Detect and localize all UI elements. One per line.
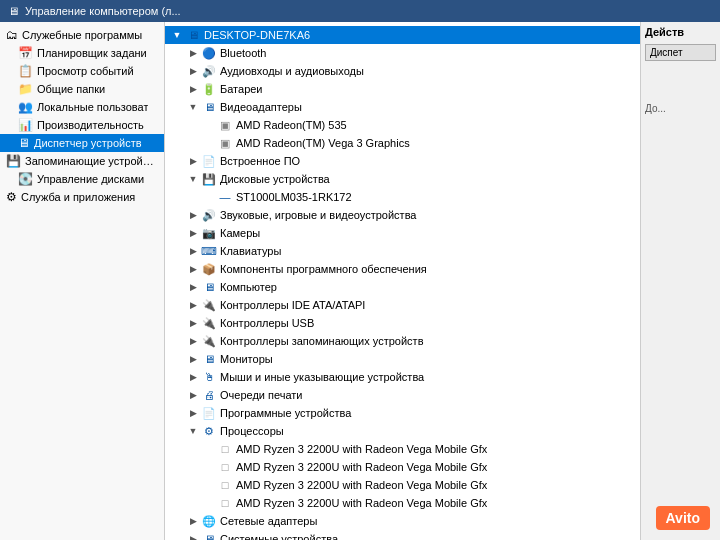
icon-cpu4: □	[217, 495, 233, 511]
tree-item-mice[interactable]: ▶ 🖱 Мыши и иные указывающие устройства	[165, 368, 640, 386]
icon-usb: 🔌	[201, 315, 217, 331]
main-area: 🗂Служебные программы📅Планировщик задани📋…	[0, 22, 720, 540]
tree-item-cpu[interactable]: ▼ ⚙ Процессоры	[165, 422, 640, 440]
expander-computer: ▶	[185, 282, 201, 292]
title-bar-text: Управление компьютером (л...	[25, 5, 181, 17]
title-bar-icon: 🖥	[8, 5, 19, 17]
label-audio: Аудиовходы и аудиовыходы	[220, 65, 636, 77]
sidebar-item-9[interactable]: ⚙Служба и приложения	[0, 188, 164, 206]
sidebar-icon-3: 📁	[18, 82, 33, 96]
sidebar-item-0[interactable]: 🗂Служебные программы	[0, 26, 164, 44]
right-panel-title: Действ	[645, 26, 716, 38]
sidebar: 🗂Служебные программы📅Планировщик задани📋…	[0, 22, 165, 540]
expander-software: ▶	[185, 264, 201, 274]
label-net: Сетевые адаптеры	[220, 515, 636, 527]
tree-item-print[interactable]: ▶ 🖨 Очереди печати	[165, 386, 640, 404]
sidebar-item-8[interactable]: 💽Управление дисками	[0, 170, 164, 188]
content-area: ▼ 🖥 DESKTOP-DNE7KA6 ▶ 🔵 Bluetooth ▶ 🔊 Ау…	[165, 22, 640, 540]
icon-st1000: —	[217, 189, 233, 205]
tree-item-bluetooth[interactable]: ▶ 🔵 Bluetooth	[165, 44, 640, 62]
sidebar-item-4[interactable]: 👥Локальные пользоват	[0, 98, 164, 116]
icon-mice: 🖱	[201, 369, 217, 385]
sidebar-icon-9: ⚙	[6, 190, 17, 204]
icon-disk: 💾	[201, 171, 217, 187]
sidebar-icon-2: 📋	[18, 64, 33, 78]
label-storage_ctrl: Контроллеры запоминающих устройств	[220, 335, 636, 347]
tree-item-battery[interactable]: ▶ 🔋 Батареи	[165, 80, 640, 98]
icon-prog_dev: 📄	[201, 405, 217, 421]
icon-battery: 🔋	[201, 81, 217, 97]
tree-item-keyboards[interactable]: ▶ ⌨ Клавиатуры	[165, 242, 640, 260]
label-computer: Компьютер	[220, 281, 636, 293]
icon-software: 📦	[201, 261, 217, 277]
tree-item-cpu4[interactable]: □ AMD Ryzen 3 2200U with Radeon Vega Mob…	[165, 494, 640, 512]
tree-item-storage_ctrl[interactable]: ▶ 🔌 Контроллеры запоминающих устройств	[165, 332, 640, 350]
sidebar-label-0: Служебные программы	[22, 29, 142, 41]
label-bluetooth: Bluetooth	[220, 47, 636, 59]
icon-net: 🌐	[201, 513, 217, 529]
label-prog_dev: Программные устройства	[220, 407, 636, 419]
sidebar-icon-6: 🖥	[18, 136, 30, 150]
label-firmware: Встроенное ПО	[220, 155, 636, 167]
label-cpu3: AMD Ryzen 3 2200U with Radeon Vega Mobil…	[236, 479, 636, 491]
tree-item-sound[interactable]: ▶ 🔊 Звуковые, игровые и видеоустройства	[165, 206, 640, 224]
icon-amdvega: ▣	[217, 135, 233, 151]
tree-item-net[interactable]: ▶ 🌐 Сетевые адаптеры	[165, 512, 640, 530]
label-disk: Дисковые устройства	[220, 173, 636, 185]
label-sound: Звуковые, игровые и видеоустройства	[220, 209, 636, 221]
tree-item-software[interactable]: ▶ 📦 Компоненты программного обеспечения	[165, 260, 640, 278]
label-cpu: Процессоры	[220, 425, 636, 437]
expander-sys: ▶	[185, 534, 201, 540]
expander-keyboards: ▶	[185, 246, 201, 256]
tree-item-monitors[interactable]: ▶ 🖥 Мониторы	[165, 350, 640, 368]
label-cpu1: AMD Ryzen 3 2200U with Radeon Vega Mobil…	[236, 443, 636, 455]
tree-item-prog_dev[interactable]: ▶ 📄 Программные устройства	[165, 404, 640, 422]
icon-cpu2: □	[217, 459, 233, 475]
device-tree: ▼ 🖥 DESKTOP-DNE7KA6 ▶ 🔵 Bluetooth ▶ 🔊 Ау…	[165, 22, 640, 540]
sidebar-label-3: Общие папки	[37, 83, 105, 95]
tree-item-computer[interactable]: ▶ 🖥 Компьютер	[165, 278, 640, 296]
computer-management-window: 🖥 Управление компьютером (л... 🗂Служебны…	[0, 0, 720, 540]
expander-net: ▶	[185, 516, 201, 526]
expander-usb: ▶	[185, 318, 201, 328]
tree-item-ide[interactable]: ▶ 🔌 Контроллеры IDE ATA/ATAPI	[165, 296, 640, 314]
tree-item-usb[interactable]: ▶ 🔌 Контроллеры USB	[165, 314, 640, 332]
label-amd535: AMD Radeon(TM) 535	[236, 119, 636, 131]
sidebar-icon-1: 📅	[18, 46, 33, 60]
tree-item-cpu3[interactable]: □ AMD Ryzen 3 2200U with Radeon Vega Mob…	[165, 476, 640, 494]
sidebar-icon-0: 🗂	[6, 28, 18, 42]
label-software: Компоненты программного обеспечения	[220, 263, 636, 275]
tree-item-st1000[interactable]: — ST1000LM035-1RK172	[165, 188, 640, 206]
sidebar-item-6[interactable]: 🖥Диспетчер устройств	[0, 134, 164, 152]
tree-item-video[interactable]: ▼ 🖥 Видеоадаптеры	[165, 98, 640, 116]
tree-item-firmware[interactable]: ▶ 📄 Встроенное ПО	[165, 152, 640, 170]
right-panel-btn1[interactable]: Диспет	[645, 44, 716, 61]
tree-item-amd535[interactable]: ▣ AMD Radeon(TM) 535	[165, 116, 640, 134]
sidebar-label-4: Локальные пользоват	[37, 101, 148, 113]
icon-sys: 🖥	[201, 531, 217, 540]
sidebar-item-1[interactable]: 📅Планировщик задани	[0, 44, 164, 62]
right-panel-extra: До...	[645, 103, 716, 114]
tree-item-root[interactable]: ▼ 🖥 DESKTOP-DNE7KA6	[165, 26, 640, 44]
tree-item-cpu2[interactable]: □ AMD Ryzen 3 2200U with Radeon Vega Mob…	[165, 458, 640, 476]
expander-video: ▼	[185, 102, 201, 112]
tree-item-sys[interactable]: ▶ 🖥 Системные устройства	[165, 530, 640, 540]
tree-item-disk[interactable]: ▼ 💾 Дисковые устройства	[165, 170, 640, 188]
expander-audio: ▶	[185, 66, 201, 76]
expander-sound: ▶	[185, 210, 201, 220]
sidebar-item-3[interactable]: 📁Общие папки	[0, 80, 164, 98]
tree-item-amdvega[interactable]: ▣ AMD Radeon(TM) Vega 3 Graphics	[165, 134, 640, 152]
sidebar-label-2: Просмотр событий	[37, 65, 134, 77]
tree-item-cpu1[interactable]: □ AMD Ryzen 3 2200U with Radeon Vega Mob…	[165, 440, 640, 458]
sidebar-item-2[interactable]: 📋Просмотр событий	[0, 62, 164, 80]
icon-audio: 🔊	[201, 63, 217, 79]
sidebar-item-7[interactable]: 💾Запоминающие устройства	[0, 152, 164, 170]
label-cameras: Камеры	[220, 227, 636, 239]
tree-item-audio[interactable]: ▶ 🔊 Аудиовходы и аудиовыходы	[165, 62, 640, 80]
sidebar-item-5[interactable]: 📊Производительность	[0, 116, 164, 134]
tree-item-cameras[interactable]: ▶ 📷 Камеры	[165, 224, 640, 242]
sidebar-icon-8: 💽	[18, 172, 33, 186]
expander-mice: ▶	[185, 372, 201, 382]
icon-ide: 🔌	[201, 297, 217, 313]
label-mice: Мыши и иные указывающие устройства	[220, 371, 636, 383]
